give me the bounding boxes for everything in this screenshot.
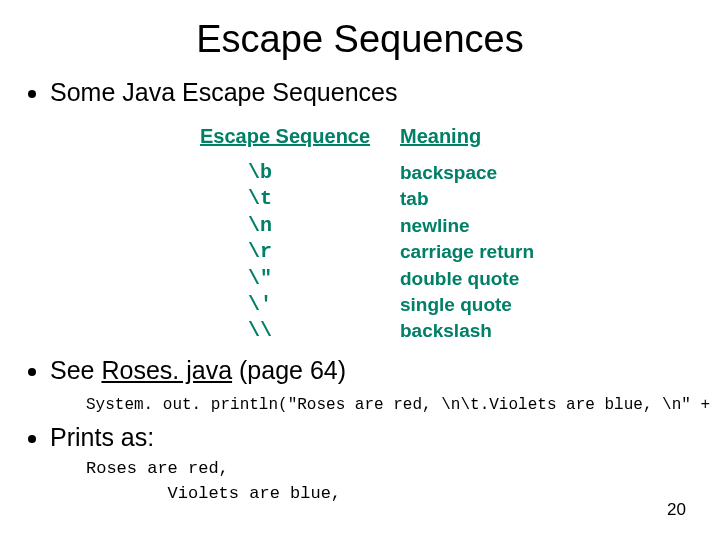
prints-as-label: Prints as: [50, 423, 154, 451]
mean-cell: backspace [400, 160, 590, 186]
slide-title: Escape Sequences [28, 18, 692, 61]
output-block: Roses are red, Violets are blue, [86, 457, 692, 506]
bullet-intro-text: Some Java Escape Sequences [50, 78, 397, 106]
bullet-see: See Roses. java (page 64) System. out. p… [50, 353, 692, 416]
bullet-prints-as: Prints as: Roses are red, Violets are bl… [50, 420, 692, 506]
mean-cell: tab [400, 186, 590, 212]
output-line-2: Violets are blue, [86, 484, 341, 503]
page-number: 20 [667, 500, 686, 520]
see-suffix: (page 64) [232, 356, 346, 384]
bullet-list: Some Java Escape Sequences Escape Sequen… [28, 75, 692, 506]
header-escape-sequence: Escape Sequence [200, 122, 400, 160]
escape-table: Escape Sequence Meaning \b backspace \t … [200, 122, 692, 345]
seq-cell: \" [200, 266, 400, 292]
seq-cell: \b [200, 160, 400, 186]
mean-cell: double quote [400, 266, 590, 292]
seq-cell: \\ [200, 318, 400, 344]
roses-link[interactable]: Roses. java [101, 356, 232, 384]
mean-cell: newline [400, 213, 590, 239]
seq-cell: \n [200, 213, 400, 239]
mean-cell: carriage return [400, 239, 590, 265]
mean-cell: backslash [400, 318, 590, 344]
seq-cell: \' [200, 292, 400, 318]
code-line: System. out. println("Roses are red, \n\… [86, 394, 692, 416]
mean-cell: single quote [400, 292, 590, 318]
seq-cell: \r [200, 239, 400, 265]
header-meaning: Meaning [400, 122, 590, 160]
output-line-1: Roses are red, [86, 459, 229, 478]
slide: Escape Sequences Some Java Escape Sequen… [0, 0, 720, 540]
bullet-intro: Some Java Escape Sequences Escape Sequen… [50, 75, 692, 345]
seq-cell: \t [200, 186, 400, 212]
see-prefix: See [50, 356, 101, 384]
